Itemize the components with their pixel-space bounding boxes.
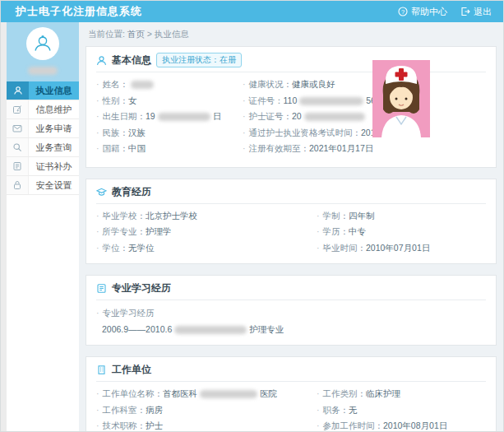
sidebar-item-practice-info[interactable]: 执业信息 [7, 81, 79, 100]
left-gutter [1, 22, 7, 431]
app-window: 护士电子化注册信息系统 ? 帮助中心 退出 [0, 0, 504, 432]
section-title: 工作单位 [112, 363, 151, 377]
sidebar: 执业信息 信息维护 业务申请 [7, 22, 79, 431]
edit-icon [7, 100, 29, 118]
sidebar-item-info-maintain[interactable]: 信息维护 [7, 100, 79, 119]
help-center-label: 帮助中心 [411, 6, 447, 18]
field-exam-pass-time: 通过护士执业资格考试时间：2010年 [243, 125, 389, 142]
field-work-start-time: 参加工作时间：2010年08月01日 [317, 418, 486, 431]
sidebar-item-business-apply[interactable]: 业务申请 [7, 119, 79, 138]
sidebar-user-card [7, 22, 79, 81]
person-badge-icon [7, 81, 29, 100]
question-icon: ? [398, 7, 408, 16]
redacted-value [131, 81, 154, 89]
sidebar-item-certificate-reissue[interactable]: 证书补办 [7, 157, 79, 176]
sidebar-item-label: 业务申请 [29, 119, 79, 137]
basic-fields: 姓名： 健康状况：健康或良好 性别：女 证件号：11056 出生日期：19日 护… [96, 77, 372, 157]
sidebar-item-security-settings[interactable]: 安全设置 [7, 176, 79, 195]
section-title: 专业学习经历 [112, 281, 171, 295]
panel-study-experience: 专业学习经历 专业学习经历 2006.9——2010.6护理专业 [86, 275, 497, 346]
envelope-icon [7, 119, 29, 137]
education-fields: 毕业学校：北京护士学校 学制：四年制 所学专业：护理学 学历：中专 学位：无学位… [96, 208, 486, 257]
field-position: 职务：无 [317, 402, 486, 419]
search-icon [7, 138, 29, 156]
field-school-system: 学制：四年制 [317, 208, 486, 225]
study-experience-line: 2006.9——2010.6护理专业 [96, 321, 486, 337]
sidebar-item-label: 证书补办 [29, 157, 79, 175]
field-gender: 性别：女 [96, 93, 243, 109]
redacted-value [299, 97, 363, 105]
study-experience-label: 专业学习经历 [96, 304, 486, 321]
svg-text:?: ? [401, 8, 405, 16]
field-nationality: 国籍：中国 [96, 141, 243, 157]
field-work-department: 工作科室：病房 [96, 402, 317, 419]
registration-status-badge: 执业注册状态：在册 [156, 53, 242, 67]
logout-icon [460, 7, 470, 16]
book-icon [96, 283, 107, 294]
field-education-level: 学历：中专 [317, 224, 486, 240]
field-work-category: 工作类别：临床护理 [317, 386, 486, 402]
person-icon [96, 55, 107, 66]
field-registration-valid-until: 注册有效期至：2021年01月17日 [243, 141, 389, 157]
building-icon [96, 365, 107, 375]
sidebar-menu: 执业信息 信息维护 业务申请 [7, 81, 79, 195]
sidebar-item-business-query[interactable]: 业务查询 [7, 138, 79, 157]
help-center-button[interactable]: ? 帮助中心 [398, 6, 447, 18]
logout-label: 退出 [474, 6, 492, 18]
sidebar-item-label: 业务查询 [29, 138, 79, 156]
section-title: 教育经历 [112, 185, 151, 199]
field-technical-title: 技术职称：护士 [96, 418, 317, 431]
logout-button[interactable]: 退出 [460, 6, 492, 18]
field-name: 姓名： [96, 77, 243, 93]
redacted-value [174, 326, 247, 334]
sidebar-item-label: 信息维护 [29, 100, 79, 118]
sidebar-item-label: 执业信息 [29, 81, 79, 100]
field-id-number: 证件号：11056 [243, 93, 389, 109]
field-health: 健康状况：健康或良好 [243, 77, 389, 93]
breadcrumb: 当前位置: 首页 > 执业信息 [88, 29, 503, 40]
work-unit-fields: 工作单位名称：首都医科医院 工作类别：临床护理 工作科室：病房 职务：无 技术职… [96, 386, 486, 431]
nurse-avatar-icon [32, 33, 53, 54]
field-graduate-school: 毕业学校：北京护士学校 [96, 208, 317, 225]
user-name-redacted [28, 67, 58, 75]
app-title: 护士电子化注册信息系统 [1, 4, 142, 19]
main-content: 当前位置: 首页 > 执业信息 基本信息 执业注册状态：在册 姓名： 健康状况：… [79, 22, 503, 431]
certificate-icon [7, 157, 29, 175]
top-header: 护士电子化注册信息系统 ? 帮助中心 退出 [1, 1, 503, 22]
panel-education: 教育经历 毕业学校：北京护士学校 学制：四年制 所学专业：护理学 学历：中专 学… [86, 179, 497, 265]
field-ethnicity: 民族：汉族 [96, 125, 243, 142]
section-title: 基本信息 [112, 53, 151, 67]
breadcrumb-prefix: 当前位置: [88, 29, 125, 39]
breadcrumb-separator: > [147, 29, 152, 39]
field-birth-date: 出生日期：19日 [96, 109, 243, 125]
lock-icon [7, 176, 29, 194]
breadcrumb-current: 执业信息 [155, 29, 189, 39]
panel-basic-info: 基本信息 执业注册状态：在册 姓名： 健康状况：健康或良好 性别：女 证件号：1… [86, 46, 497, 168]
field-degree: 学位：无学位 [96, 240, 317, 257]
graduation-cap-icon [96, 187, 107, 197]
avatar[interactable] [26, 27, 59, 60]
breadcrumb-home-link[interactable]: 首页 [127, 29, 145, 39]
redacted-value [158, 113, 210, 121]
sidebar-item-label: 安全设置 [29, 176, 79, 194]
redacted-value [304, 113, 365, 121]
field-major: 所学专业：护理学 [96, 224, 317, 240]
redacted-value [200, 390, 257, 398]
panel-work-unit: 工作单位 工作单位名称：首都医科医院 工作类别：临床护理 工作科室：病房 职务：… [86, 356, 497, 431]
field-nurse-cert-number: 护士证号：20 [243, 109, 389, 125]
nurse-photo [372, 60, 430, 137]
field-work-unit-name: 工作单位名称：首都医科医院 [96, 386, 317, 402]
field-graduation-time: 毕业时间：2010年07月01日 [317, 240, 486, 257]
